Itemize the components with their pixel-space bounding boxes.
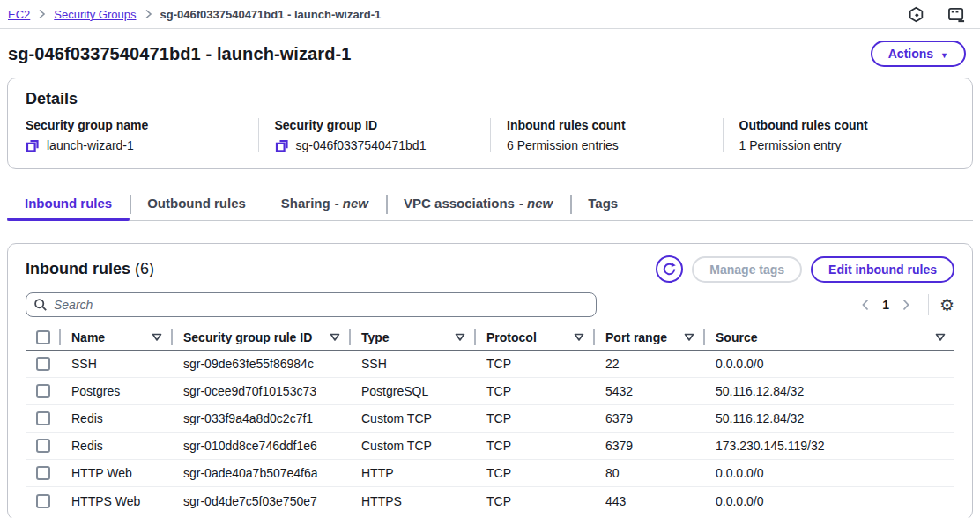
- search-icon: [33, 298, 48, 315]
- search-input[interactable]: [26, 292, 597, 317]
- row-checkbox[interactable]: [36, 384, 50, 398]
- cell-protocol: TCP: [474, 357, 593, 371]
- cell-protocol: TCP: [474, 439, 593, 453]
- chevron-right-icon: [145, 9, 152, 19]
- table-row: Redis sgr-010dd8ce746ddf1e6 Custom TCP T…: [26, 433, 954, 460]
- table-row: HTTPS Web sgr-0d4de7c5f03e750e7 HTTPS TC…: [26, 487, 954, 514]
- filter-icon[interactable]: [935, 333, 946, 342]
- tab-tags[interactable]: Tags: [570, 188, 635, 220]
- field-label: Security group ID: [275, 118, 491, 132]
- column-header-port-range: Port range: [593, 325, 703, 350]
- next-page-button[interactable]: [895, 295, 917, 314]
- security-group-name-value: launch-wizard-1: [47, 138, 134, 152]
- cell-name: Redis: [59, 411, 171, 426]
- page-title: sg-046f0337540471bd1 - launch-wizard-1: [8, 44, 352, 64]
- filter-icon[interactable]: [455, 333, 465, 342]
- cell-rule-id: sgr-0d4de7c5f03e750e7: [171, 494, 349, 508]
- cell-type: HTTP: [349, 466, 474, 480]
- row-checkbox[interactable]: [36, 439, 50, 453]
- tab-bar: Inbound rules Outbound rules Sharing- ne…: [7, 188, 973, 221]
- cell-rule-id: sgr-09de63fe55f86984c: [171, 357, 349, 371]
- cell-source: 50.116.12.84/32: [703, 411, 954, 426]
- edit-inbound-rules-button[interactable]: Edit inbound rules: [811, 256, 954, 283]
- tab-outbound-rules[interactable]: Outbound rules: [130, 188, 264, 220]
- cell-name: SSH: [59, 357, 171, 371]
- row-checkbox[interactable]: [36, 411, 50, 426]
- cell-source: 0.0.0.0/0: [703, 357, 954, 371]
- cell-name: HTTPS Web: [59, 494, 171, 508]
- cell-source: 173.230.145.119/32: [703, 439, 954, 453]
- divider: [928, 294, 929, 315]
- column-header-name: Name: [59, 325, 171, 350]
- filter-icon[interactable]: [684, 333, 694, 342]
- field-security-group-id: Security group ID sg-046f0337540471bd1: [258, 118, 491, 152]
- copy-icon[interactable]: [275, 138, 289, 152]
- cell-rule-id: sgr-0ade40a7b507e4f6a: [171, 466, 349, 480]
- table-header-row: Name Security group rule ID Type Protoco…: [26, 325, 954, 351]
- cell-port-range: 6379: [593, 439, 703, 453]
- rule-count: (6): [135, 260, 154, 278]
- column-header-rule-id: Security group rule ID: [171, 325, 349, 350]
- filter-icon[interactable]: [330, 333, 340, 342]
- cell-rule-id: sgr-010dd8ce746ddf1e6: [171, 439, 349, 453]
- filter-icon[interactable]: [574, 333, 584, 342]
- cell-type: Custom TCP: [349, 411, 474, 426]
- cell-source: 50.116.12.84/32: [703, 384, 954, 398]
- breadcrumb-ec2-link[interactable]: EC2: [8, 8, 30, 21]
- column-header-type: Type: [349, 325, 474, 350]
- cell-protocol: TCP: [474, 384, 593, 398]
- tab-sharing[interactable]: Sharing- new: [264, 188, 386, 220]
- cloudshell-icon[interactable]: [947, 6, 966, 23]
- cell-type: SSH: [349, 357, 474, 371]
- panel-title: Inbound rules(6): [26, 260, 154, 278]
- cell-source: 0.0.0.0/0: [703, 466, 954, 480]
- pagination: 1 ⚙: [854, 294, 954, 315]
- field-label: Outbound rules count: [739, 118, 955, 132]
- cell-port-range: 443: [593, 494, 703, 508]
- inbound-rules-count-value: 6 Permission entries: [507, 138, 619, 152]
- table-row: SSH sgr-09de63fe55f86984c SSH TCP 22 0.0…: [26, 351, 954, 378]
- cell-type: HTTPS: [349, 494, 474, 508]
- field-outbound-rules-count: Outbound rules count 1 Permission entry: [723, 118, 955, 152]
- cell-type: Custom TCP: [349, 439, 474, 453]
- amazon-q-icon[interactable]: [908, 6, 924, 23]
- actions-button[interactable]: Actions▼: [871, 41, 966, 67]
- cell-port-range: 6379: [593, 411, 703, 426]
- copy-icon[interactable]: [26, 138, 40, 152]
- cell-name: Redis: [59, 439, 171, 453]
- field-label: Inbound rules count: [507, 118, 723, 132]
- cell-protocol: TCP: [474, 411, 593, 426]
- row-checkbox[interactable]: [36, 357, 50, 371]
- table-row: HTTP Web sgr-0ade40a7b507e4f6a HTTP TCP …: [26, 460, 954, 487]
- settings-gear-icon[interactable]: ⚙: [939, 297, 954, 314]
- previous-page-button[interactable]: [854, 295, 877, 314]
- chevron-down-icon: ▼: [940, 51, 948, 60]
- column-header-source: Source: [703, 325, 954, 350]
- cell-port-range: 22: [593, 357, 703, 371]
- chevron-right-icon: [38, 9, 46, 19]
- cell-protocol: TCP: [474, 466, 593, 480]
- current-page-number[interactable]: 1: [877, 298, 895, 312]
- tab-vpc-associations[interactable]: VPC associations- new: [386, 188, 570, 220]
- tab-inbound-rules[interactable]: Inbound rules: [7, 188, 130, 220]
- manage-tags-button[interactable]: Manage tags: [692, 256, 802, 283]
- refresh-button[interactable]: [656, 255, 683, 283]
- breadcrumb: EC2 Security Groups sg-046f0337540471bd1…: [8, 8, 381, 21]
- row-checkbox[interactable]: [36, 494, 50, 508]
- cell-name: Postgres: [59, 384, 171, 398]
- cell-protocol: TCP: [474, 494, 593, 508]
- page-header: sg-046f0337540471bd1 - launch-wizard-1 A…: [0, 29, 980, 78]
- field-inbound-rules-count: Inbound rules count 6 Permission entries: [490, 118, 723, 152]
- breadcrumb-security-groups-link[interactable]: Security Groups: [54, 8, 136, 21]
- cell-type: PostgreSQL: [349, 384, 474, 398]
- filter-icon[interactable]: [152, 333, 162, 342]
- row-checkbox[interactable]: [36, 466, 50, 480]
- select-all-checkbox[interactable]: [36, 330, 50, 344]
- security-group-id-value: sg-046f0337540471bd1: [296, 138, 427, 152]
- cell-port-range: 5432: [593, 384, 703, 398]
- top-navigation-bar: EC2 Security Groups sg-046f0337540471bd1…: [0, 0, 980, 29]
- breadcrumb-current-page: sg-046f0337540471bd1 - launch-wizard-1: [160, 8, 382, 21]
- cell-source: 0.0.0.0/0: [703, 494, 954, 508]
- cell-port-range: 80: [593, 466, 703, 480]
- field-security-group-name: Security group name launch-wizard-1: [26, 118, 258, 152]
